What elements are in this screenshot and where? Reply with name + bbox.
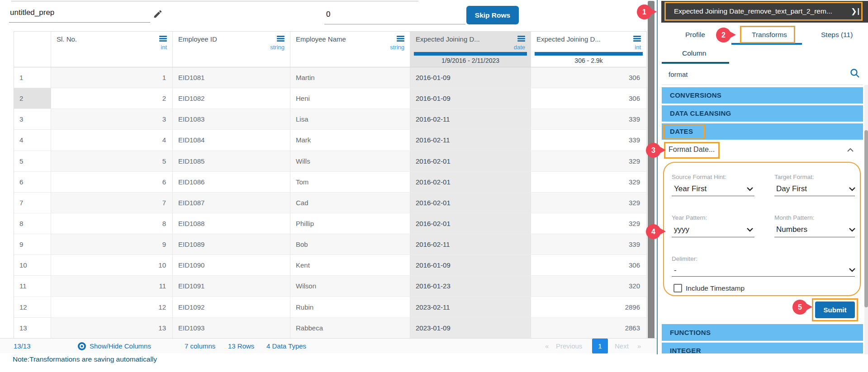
cell-row-number[interactable]: 11: [14, 276, 51, 296]
cell-employee-id[interactable]: EID1092: [173, 297, 290, 317]
cell-row-number[interactable]: 5: [14, 151, 51, 171]
cell-employee-id[interactable]: EID1086: [173, 172, 290, 192]
source-format-hint-select[interactable]: Year First: [674, 184, 707, 193]
cell-expected-joining-int[interactable]: 329: [531, 151, 646, 171]
cell-sl-no[interactable]: 11: [51, 276, 173, 296]
cell-expected-joining-int[interactable]: 339: [531, 109, 646, 129]
cell-expected-joining-int[interactable]: 2896: [531, 297, 646, 317]
cell-expected-joining-date[interactable]: 2023-02-11: [410, 297, 531, 317]
delimiter-select[interactable]: -: [674, 266, 677, 275]
cell-expected-joining-date[interactable]: 2016-01-09: [410, 255, 531, 275]
cell-expected-joining-date[interactable]: 2016-02-01: [410, 151, 531, 171]
column-menu-icon[interactable]: [277, 36, 285, 42]
cell-sl-no[interactable]: 3: [51, 109, 173, 129]
tab-profile[interactable]: Profile: [685, 31, 705, 39]
column-menu-icon[interactable]: [397, 36, 404, 42]
grid-header-expected-joining-int[interactable]: Expected Joining D... int 306 - 2.9k: [531, 32, 646, 67]
cell-expected-joining-int[interactable]: 2863: [531, 318, 646, 338]
grid-header-employee-name[interactable]: Employee Name string: [290, 32, 410, 67]
cell-employee-id[interactable]: EID1090: [173, 255, 290, 275]
chevron-down-icon[interactable]: [746, 227, 754, 232]
cell-employee-name[interactable]: Rabbeca: [290, 318, 410, 338]
section-dates[interactable]: DATES: [662, 123, 863, 140]
pagination-previous[interactable]: Previous: [556, 339, 582, 353]
section-conversions[interactable]: CONVERSIONS: [662, 87, 863, 104]
cell-employee-name[interactable]: Martin: [290, 67, 410, 88]
include-timestamp-checkbox[interactable]: [674, 284, 682, 292]
tab-transforms[interactable]: Transforms: [752, 31, 787, 39]
cell-employee-id[interactable]: EID1093: [173, 318, 290, 338]
pagination-first[interactable]: «: [545, 339, 549, 353]
cell-employee-id[interactable]: EID1082: [173, 88, 290, 108]
chevron-down-icon[interactable]: [849, 268, 856, 272]
search-icon[interactable]: [849, 68, 860, 79]
cell-employee-id[interactable]: EID1081: [173, 67, 290, 88]
cell-sl-no[interactable]: 5: [51, 151, 173, 171]
cell-employee-id[interactable]: EID1083: [173, 109, 290, 129]
cell-expected-joining-int[interactable]: 329: [531, 172, 646, 192]
cell-row-number[interactable]: 1: [14, 67, 51, 88]
column-menu-icon[interactable]: [633, 36, 641, 42]
chevron-down-icon[interactable]: [849, 187, 856, 191]
cell-expected-joining-date[interactable]: 2016-01-09: [410, 88, 531, 108]
grid-header-sl-no[interactable]: Sl. No. int: [51, 32, 173, 67]
grid-header-expected-joining-date[interactable]: Expected Joining D... date 1/9/2016 - 2/…: [410, 32, 531, 67]
cell-expected-joining-date[interactable]: 2016-02-11: [410, 234, 531, 254]
cell-employee-name[interactable]: Bob: [290, 234, 410, 254]
show-hide-columns-link[interactable]: Show/Hide Columns: [90, 339, 151, 353]
section-integer[interactable]: INTEGER: [662, 343, 863, 353]
cell-expected-joining-date[interactable]: 2016-02-11: [410, 109, 531, 129]
cell-employee-name[interactable]: Wilson: [290, 276, 410, 296]
skip-rows-button[interactable]: Skip Rows: [466, 6, 519, 24]
cell-employee-id[interactable]: EID1089: [173, 234, 290, 254]
cell-employee-name[interactable]: Cad: [290, 193, 410, 213]
cell-employee-name[interactable]: Mark: [290, 130, 410, 150]
panel-scrollbar-thumb[interactable]: [864, 130, 868, 307]
cell-expected-joining-date[interactable]: 2016-01-09: [410, 67, 531, 88]
edit-pencil-icon[interactable]: [153, 9, 163, 19]
cell-row-number[interactable]: 6: [14, 172, 51, 192]
cell-expected-joining-int[interactable]: 306: [531, 88, 646, 108]
skip-rows-input[interactable]: [324, 7, 465, 24]
month-pattern-select[interactable]: Numbers: [776, 225, 807, 234]
cell-employee-id[interactable]: EID1088: [173, 213, 290, 234]
cell-employee-name[interactable]: Tom: [290, 172, 410, 192]
cell-sl-no[interactable]: 10: [51, 255, 173, 275]
cell-sl-no[interactable]: 12: [51, 297, 173, 317]
pagination-current-page[interactable]: 1: [592, 339, 608, 353]
prep-name-input[interactable]: [9, 5, 150, 23]
cell-row-number[interactable]: 3: [14, 109, 51, 129]
chevron-down-icon[interactable]: [849, 227, 856, 232]
chevron-up-icon[interactable]: [847, 148, 854, 152]
year-pattern-select[interactable]: yyyy: [674, 225, 689, 234]
cell-row-number[interactable]: 13: [14, 318, 51, 338]
cell-employee-id[interactable]: EID1084: [173, 130, 290, 150]
column-menu-icon[interactable]: [517, 36, 525, 42]
column-menu-icon[interactable]: [159, 36, 167, 42]
cell-employee-name[interactable]: Lisa: [290, 109, 410, 129]
pagination-last[interactable]: »: [637, 339, 641, 353]
cell-employee-name[interactable]: Wills: [290, 151, 410, 171]
cell-sl-no[interactable]: 6: [51, 172, 173, 192]
collapse-panel-icon[interactable]: ❯|: [851, 1, 860, 23]
cell-expected-joining-int[interactable]: 329: [531, 193, 646, 213]
cell-employee-name[interactable]: Rubin: [290, 297, 410, 317]
cell-employee-id[interactable]: EID1087: [173, 193, 290, 213]
cell-expected-joining-int[interactable]: 306: [531, 67, 646, 88]
cell-expected-joining-date[interactable]: 2023-01-09: [410, 318, 531, 338]
grid-vertical-scrollbar[interactable]: [648, 1, 655, 339]
cell-sl-no[interactable]: 9: [51, 234, 173, 254]
cell-expected-joining-int[interactable]: 339: [531, 234, 646, 254]
cell-expected-joining-int[interactable]: 320: [531, 276, 646, 296]
cell-sl-no[interactable]: 2: [51, 88, 173, 108]
cell-expected-joining-date[interactable]: 2016-02-11: [410, 130, 531, 150]
cell-expected-joining-date[interactable]: 2016-01-23: [410, 276, 531, 296]
cell-employee-name[interactable]: Phillip: [290, 213, 410, 234]
cell-expected-joining-date[interactable]: 2016-02-01: [410, 172, 531, 192]
cell-expected-joining-date[interactable]: 2016-02-01: [410, 213, 531, 234]
cell-expected-joining-int[interactable]: 329: [531, 213, 646, 234]
submit-button[interactable]: Submit: [815, 301, 855, 318]
cell-employee-id[interactable]: EID1085: [173, 151, 290, 171]
cell-sl-no[interactable]: 7: [51, 193, 173, 213]
cell-row-number[interactable]: 4: [14, 130, 51, 150]
